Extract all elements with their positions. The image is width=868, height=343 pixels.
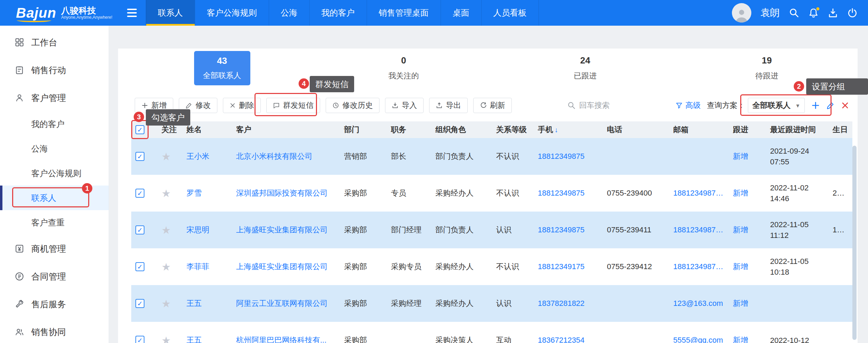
stat-pending-follow[interactable]: 19 待跟进 bbox=[676, 55, 858, 81]
email-link[interactable]: 18812349875... bbox=[669, 175, 729, 212]
mobile-link[interactable]: 18812349875 bbox=[534, 138, 603, 175]
col-header-phone[interactable]: 电话 bbox=[603, 121, 669, 138]
email-link[interactable]: 18812349875... bbox=[669, 248, 729, 285]
email-link[interactable]: 18812349875... bbox=[669, 212, 729, 248]
history-button-label: 修改历史 bbox=[342, 100, 373, 111]
follow-link[interactable]: 新增 bbox=[729, 138, 766, 175]
nav-tab-sales-desktop[interactable]: 销售管理桌面 bbox=[367, 0, 441, 26]
star-icon[interactable]: ★ bbox=[161, 298, 171, 309]
star-icon[interactable]: ★ bbox=[161, 335, 171, 343]
nav-tab-pool[interactable]: 公海 bbox=[269, 0, 309, 26]
customer-link[interactable]: 深圳盛邦国际投资有限公司 bbox=[232, 175, 340, 212]
sidebar-item-contract[interactable]: 合同管理 bbox=[0, 263, 109, 290]
sidebar-item-my-customers[interactable]: 我的客户 bbox=[0, 112, 109, 136]
email-link[interactable]: 5555@qq.com bbox=[669, 322, 729, 343]
row-checkbox[interactable]: ✓ bbox=[135, 152, 144, 161]
app-logo[interactable]: Bajun 八骏科技 Anyone,Anytime,Anywhere! bbox=[16, 5, 112, 21]
star-icon[interactable]: ★ bbox=[161, 188, 171, 199]
nav-tab-my-customers[interactable]: 我的客户 bbox=[309, 0, 367, 26]
col-header-mobile[interactable]: 手机↓ bbox=[534, 121, 603, 138]
col-header-role[interactable]: 组织角色 bbox=[431, 121, 492, 138]
mobile-link[interactable]: 18367212354 bbox=[534, 322, 603, 343]
notification-bell-icon[interactable] bbox=[808, 8, 819, 18]
row-checkbox[interactable]: ✓ bbox=[135, 189, 144, 198]
contact-name-link[interactable]: 王五 bbox=[182, 322, 232, 343]
email-link[interactable]: 123@163.com bbox=[669, 285, 729, 322]
delete-button[interactable]: 删除 bbox=[223, 98, 261, 113]
import-button[interactable]: 导入 bbox=[385, 98, 424, 113]
nav-tab-desktop[interactable]: 桌面 bbox=[441, 0, 481, 26]
search-icon[interactable] bbox=[789, 8, 799, 18]
follow-link[interactable]: 新增 bbox=[729, 212, 766, 248]
star-icon[interactable]: ★ bbox=[161, 151, 171, 162]
export-button[interactable]: 导出 bbox=[429, 98, 468, 113]
col-header-title[interactable]: 职务 bbox=[387, 121, 431, 138]
follow-link[interactable]: 新增 bbox=[729, 285, 766, 322]
contact-name-link[interactable]: 宋思明 bbox=[182, 212, 232, 248]
sidebar-item-opportunity[interactable]: 商机管理 bbox=[0, 235, 109, 263]
mobile-link[interactable]: 18378281822 bbox=[534, 285, 603, 322]
sidebar-item-customer-mgmt[interactable]: 客户管理 bbox=[0, 84, 109, 112]
star-icon[interactable]: ★ bbox=[161, 224, 171, 236]
col-header-email[interactable]: 邮箱 bbox=[669, 121, 729, 138]
scheme-delete-icon[interactable] bbox=[841, 101, 849, 110]
customer-link[interactable]: 杭州阿里巴巴网络科技有... bbox=[232, 322, 340, 343]
row-checkbox[interactable]: ✓ bbox=[135, 336, 144, 343]
sort-desc-icon[interactable]: ↓ bbox=[554, 126, 558, 134]
star-icon[interactable]: ★ bbox=[161, 261, 171, 273]
nav-tab-pool-rules[interactable]: 客户公海规则 bbox=[195, 0, 269, 26]
history-button[interactable]: 修改历史 bbox=[326, 98, 379, 113]
search-input[interactable] bbox=[579, 101, 666, 110]
sidebar-item-sales-action[interactable]: 销售行动 bbox=[0, 56, 109, 84]
col-header-customer[interactable]: 客户 bbox=[232, 121, 340, 138]
customer-link[interactable]: 上海盛旺实业集团有限公司 bbox=[232, 212, 340, 248]
follow-link[interactable]: 新增 bbox=[729, 175, 766, 212]
download-icon[interactable] bbox=[828, 8, 838, 18]
follow-link[interactable]: 新增 bbox=[729, 248, 766, 285]
contact-name-link[interactable]: 罗雪 bbox=[182, 175, 232, 212]
follow-link[interactable]: 新增 bbox=[729, 322, 766, 343]
customer-link[interactable]: 上海盛旺实业集团有限公司 bbox=[232, 248, 340, 285]
sidebar-item-workbench[interactable]: 工作台 bbox=[0, 28, 109, 56]
menu-toggle-icon[interactable] bbox=[127, 9, 137, 17]
sidebar-item-after-sales[interactable]: 售后服务 bbox=[0, 290, 109, 318]
advanced-filter-link[interactable]: 高级 bbox=[676, 100, 701, 111]
col-header-birthday[interactable]: 生日 bbox=[828, 121, 852, 138]
contact-name-link[interactable]: 王小米 bbox=[182, 138, 232, 175]
avatar[interactable] bbox=[732, 3, 751, 23]
col-header-dept[interactable]: 部门 bbox=[340, 121, 387, 138]
scheme-select[interactable]: 全部联系人 ▼ bbox=[748, 98, 805, 113]
contact-name-link[interactable]: 李菲菲 bbox=[182, 248, 232, 285]
user-name[interactable]: 袁朗 bbox=[760, 6, 780, 19]
select-all-checkbox[interactable]: ✓ bbox=[135, 125, 144, 134]
refresh-button[interactable]: 刷新 bbox=[473, 98, 512, 113]
col-header-last-follow[interactable]: 最近跟进时间 bbox=[766, 121, 828, 138]
mobile-link[interactable]: 18812349175 bbox=[534, 248, 603, 285]
email-link[interactable] bbox=[669, 138, 729, 175]
stat-followed-up[interactable]: 24 已跟进 bbox=[494, 55, 676, 81]
sidebar-item-open-sea[interactable]: 公海 bbox=[0, 136, 109, 161]
nav-tab-staff-board[interactable]: 人员看板 bbox=[481, 0, 539, 26]
mobile-link[interactable]: 18812349875 bbox=[534, 175, 603, 212]
user-area: 袁朗 bbox=[732, 3, 868, 23]
col-header-level[interactable]: 关系等级 bbox=[492, 121, 534, 138]
stat-all-contacts[interactable]: 43 全部联系人 bbox=[131, 51, 313, 85]
logout-power-icon[interactable] bbox=[847, 8, 858, 18]
bulk-sms-button[interactable]: 群发短信 bbox=[266, 98, 320, 113]
col-header-follow[interactable]: 跟进 bbox=[729, 121, 766, 138]
row-checkbox[interactable]: ✓ bbox=[135, 225, 144, 234]
row-checkbox[interactable]: ✓ bbox=[135, 262, 144, 271]
vertical-scrollbar[interactable] bbox=[852, 146, 857, 340]
scheme-edit-icon[interactable] bbox=[826, 101, 835, 110]
sidebar-item-open-sea-rules[interactable]: 客户公海规则 bbox=[0, 161, 109, 186]
mobile-link[interactable]: 18812349875 bbox=[534, 212, 603, 248]
sidebar-item-dedup[interactable]: 客户查重 bbox=[0, 210, 109, 235]
sidebar-item-sales-collab[interactable]: 销售协同 bbox=[0, 318, 109, 343]
scheme-add-icon[interactable] bbox=[811, 101, 820, 110]
customer-link[interactable]: 阿里云工业互联网有限公司 bbox=[232, 285, 340, 322]
sidebar-item-contacts[interactable]: 联系人 bbox=[0, 186, 109, 210]
nav-tab-contacts[interactable]: 联系人 bbox=[146, 0, 195, 26]
contact-name-link[interactable]: 王五 bbox=[182, 285, 232, 322]
row-checkbox[interactable]: ✓ bbox=[135, 299, 144, 308]
customer-link[interactable]: 北京小米科技有限公司 bbox=[232, 138, 340, 175]
